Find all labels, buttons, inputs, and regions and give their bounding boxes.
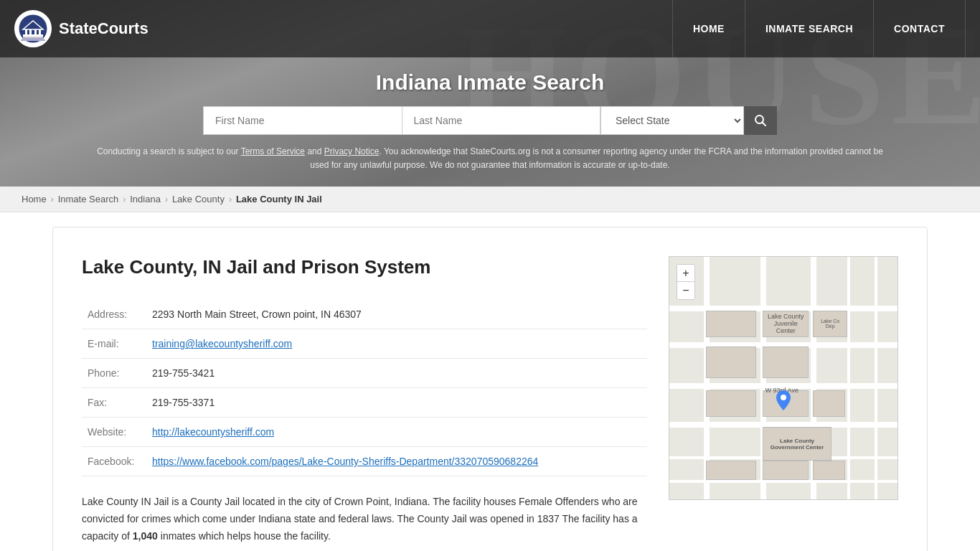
map-block-8	[813, 390, 845, 417]
svg-rect-2	[23, 34, 43, 37]
map-block-9	[706, 461, 756, 480]
breadcrumb-inmate-search[interactable]: Inmate Search	[58, 194, 119, 204]
email-label: E-mail:	[82, 329, 146, 359]
table-row-email: E-mail: training@lakecountysheriff.com	[82, 329, 647, 359]
breadcrumb-sep-2: ›	[123, 194, 126, 204]
nav-contact[interactable]: CONTACT	[873, 0, 966, 57]
map-block-govt: Lake CountyGovernment Center	[763, 427, 831, 461]
svg-rect-8	[22, 38, 44, 39]
description-end: inmates which helps house the facility.	[158, 530, 331, 542]
map-road-v5	[875, 257, 877, 499]
email-value: training@lakecountysheriff.com	[146, 329, 647, 359]
breadcrumb: Home › Inmate Search › Indiana › Lake Co…	[0, 187, 980, 212]
map-block-10	[763, 461, 809, 480]
email-link[interactable]: training@lakecountysheriff.com	[152, 338, 292, 349]
logo[interactable]: StateCourts	[14, 10, 149, 47]
hero-section: StateCourts HOME INMATE SEARCH CONTACT I…	[0, 0, 980, 187]
website-value: http://lakecountysheriff.com	[146, 418, 647, 447]
table-row-address: Address: 2293 North Main Street, Crown p…	[82, 300, 647, 329]
state-select[interactable]: Select State Indiana Illinois Ohio	[600, 106, 744, 135]
content-card: Lake County, IN Jail and Prison System A…	[52, 227, 928, 551]
website-label: Website:	[82, 418, 146, 447]
map-block-2: Lake CountyJuvenile Center	[763, 311, 809, 337]
table-row-fax: Fax: 219-755-3371	[82, 388, 647, 418]
map-road-v4	[847, 257, 850, 499]
nav-home[interactable]: HOME	[672, 0, 745, 57]
map-zoom-in-button[interactable]: +	[677, 265, 694, 282]
website-link[interactable]: http://lakecountysheriff.com	[152, 426, 274, 438]
first-name-input[interactable]	[203, 106, 402, 135]
nav-links: HOME INMATE SEARCH CONTACT	[672, 0, 966, 57]
facebook-value: https://www.facebook.com/pages/Lake-Coun…	[146, 447, 647, 476]
search-button[interactable]	[744, 106, 777, 135]
page-main-title: Indiana Inmate Search	[14, 70, 966, 95]
phone-value: 219-755-3421	[146, 359, 647, 388]
facebook-link[interactable]: https://www.facebook.com/pages/Lake-Coun…	[152, 456, 538, 467]
fax-value: 219-755-3371	[146, 388, 647, 418]
svg-rect-9	[21, 39, 45, 41]
map-block-3: Lake CoDep	[813, 311, 847, 337]
facility-description: Lake County IN Jail is a County Jail loc…	[82, 494, 647, 545]
privacy-link[interactable]: Privacy Notice	[324, 146, 380, 156]
table-row-website: Website: http://lakecountysheriff.com	[82, 418, 647, 447]
breadcrumb-current: Lake County IN Jail	[236, 194, 322, 204]
search-icon	[754, 114, 767, 127]
map-block-11	[813, 461, 845, 480]
hero-content: Indiana Inmate Search Select State India…	[0, 57, 980, 187]
map-block-4	[706, 347, 756, 378]
table-row-phone: Phone: 219-755-3421	[82, 359, 647, 388]
svg-rect-6	[34, 29, 37, 34]
search-bar: Select State Indiana Illinois Ohio	[203, 106, 777, 135]
fax-label: Fax:	[82, 388, 146, 418]
breadcrumb-sep-3: ›	[165, 194, 168, 204]
logo-icon	[14, 10, 52, 47]
svg-rect-4	[25, 29, 27, 34]
breadcrumb-sep-4: ›	[229, 194, 232, 204]
svg-rect-7	[39, 29, 41, 34]
last-name-input[interactable]	[402, 106, 601, 135]
nav-inmate-search[interactable]: INMATE SEARCH	[745, 0, 873, 57]
logo-text: StateCourts	[59, 19, 149, 38]
page-wrapper: Lake County, IN Jail and Prison System A…	[31, 212, 949, 551]
map-block-5	[763, 347, 809, 378]
breadcrumb-lake-county[interactable]: Lake County	[172, 194, 225, 204]
description-capacity: 1,040	[133, 530, 158, 542]
breadcrumb-sep-1: ›	[51, 194, 54, 204]
table-row-facebook: Facebook: https://www.facebook.com/pages…	[82, 447, 647, 476]
map-zoom-out-button[interactable]: −	[677, 282, 694, 299]
map-label-juvenile: Lake CountyJuvenile Center	[765, 313, 806, 334]
breadcrumb-home[interactable]: Home	[22, 194, 47, 204]
address-label: Address:	[82, 300, 146, 329]
svg-line-11	[763, 123, 766, 126]
facility-info-table: Address: 2293 North Main Street, Crown p…	[82, 300, 647, 476]
disclaimer-text: Conducting a search is subject to our Te…	[95, 145, 885, 172]
breadcrumb-indiana[interactable]: Indiana	[130, 194, 161, 204]
map-zoom-controls: + −	[677, 264, 695, 300]
facebook-label: Facebook:	[82, 447, 146, 476]
address-value: 2293 North Main Street, Crown point, IN …	[146, 300, 647, 329]
info-section: Lake County, IN Jail and Prison System A…	[82, 256, 647, 545]
terms-link[interactable]: Terms of Service	[241, 146, 305, 156]
map-section: Lake CountyJuvenile Center Lake CoDep La…	[669, 256, 898, 545]
map-pin	[776, 390, 791, 410]
phone-label: Phone:	[82, 359, 146, 388]
svg-rect-3	[23, 37, 43, 38]
facility-title: Lake County, IN Jail and Prison System	[82, 256, 647, 278]
svg-rect-5	[29, 29, 32, 34]
svg-point-12	[781, 395, 786, 400]
map-block-6	[706, 390, 756, 417]
map-container[interactable]: Lake CountyJuvenile Center Lake CoDep La…	[669, 256, 898, 500]
map-block-1	[706, 311, 756, 337]
map-label-govt: Lake CountyGovernment Center	[771, 438, 824, 451]
navigation: StateCourts HOME INMATE SEARCH CONTACT	[0, 0, 980, 57]
map-label-dept: Lake CoDep	[821, 319, 839, 329]
